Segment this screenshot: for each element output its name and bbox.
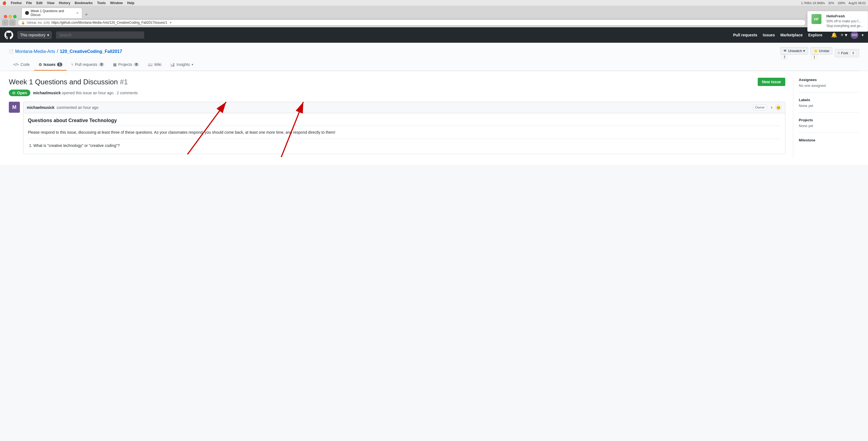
- tab-projects[interactable]: ▦ Projects 0: [108, 59, 144, 70]
- repo-breadcrumb: 📄 Montana-Media-Arts / 120_CreativeCodin…: [9, 49, 122, 54]
- window-maximize-btn[interactable]: [13, 15, 17, 18]
- new-issue-button[interactable]: New issue: [758, 78, 785, 86]
- brightness: 100%: [837, 1, 845, 5]
- assignees-value: No one assigned: [799, 84, 859, 88]
- github-logo[interactable]: [4, 31, 13, 39]
- tab-close-button[interactable]: ✕: [76, 11, 79, 15]
- network-speed: 1.7KB/s 19.3KB/s: [801, 1, 825, 5]
- eye-icon: 👁: [783, 49, 787, 53]
- star-icon: ⭐: [813, 49, 818, 53]
- unstar-container: ⭐ Unstar 1: [810, 47, 832, 59]
- open-badge-icon: ⊙: [12, 91, 16, 95]
- comment-body: Questions about Creative Technology Plea…: [24, 113, 785, 154]
- repo-selector[interactable]: This repository ▾: [18, 31, 52, 39]
- fork-label: Fork: [841, 51, 848, 55]
- open-badge-label: Open: [17, 91, 27, 95]
- apple-menu[interactable]: 🍎: [2, 1, 6, 5]
- issue-meta: michaelmusick opened this issue an hour …: [33, 91, 138, 95]
- comment-question-1: What is "creative technology" or "creati…: [33, 142, 781, 149]
- notifications-button[interactable]: 🔔: [831, 32, 837, 38]
- issue-comments-count: 2 comments: [117, 91, 137, 95]
- tab-favicon: [25, 11, 29, 15]
- issue-status-row: ⊙ Open michaelmusick opened this issue a…: [9, 90, 785, 96]
- notification-popup[interactable]: HF HelloFresh 50% off to make you f... S…: [807, 11, 868, 32]
- fork-icon: ⑂: [838, 51, 840, 55]
- issue-opened-text: opened this issue: [62, 91, 93, 95]
- milestone-label: Milestone: [799, 138, 859, 142]
- tab-wiki[interactable]: 📖 Wiki: [144, 59, 166, 70]
- view-menu[interactable]: View: [47, 1, 54, 5]
- fork-button[interactable]: ⑂ Fork 0: [835, 49, 859, 57]
- sidebar-projects: Projects None yet: [799, 118, 859, 133]
- comment-author[interactable]: michaelmusick: [27, 105, 54, 110]
- nav-marketplace[interactable]: Marketplace: [780, 33, 803, 37]
- issue-title-row: Week 1 Questions and Discussion #1 New i…: [9, 78, 785, 86]
- notification-text: HelloFresh 50% off to make you f... Stop…: [826, 14, 863, 29]
- url-bar[interactable]: 🔒 GitHub, Inc. (US) https://github.com/M…: [18, 20, 806, 26]
- repo-selector-label: This repository: [20, 33, 45, 37]
- tab-wiki-label: Wiki: [154, 62, 161, 67]
- projects-value: None yet: [799, 124, 859, 128]
- insights-dropdown-icon: ▾: [192, 63, 193, 66]
- forward-button[interactable]: →: [9, 20, 16, 26]
- breadcrumb-row: 📄 Montana-Media-Arts / 120_CreativeCodin…: [9, 47, 859, 59]
- macos-menu-items: 🍎 Firefox File Edit View History Bookmar…: [2, 1, 134, 5]
- tab-insights[interactable]: 📊 Insights ▾: [166, 59, 197, 70]
- repo-tabs: </> Code ⊙ Issues 1 ⑂ Pull requests 0 ▦ …: [9, 59, 859, 71]
- comment-section: M michaelmusick commented an hour ago Ow…: [9, 102, 785, 154]
- nav-issues[interactable]: Issues: [763, 33, 775, 37]
- projects-count-badge: 0: [134, 63, 139, 66]
- comment-question-list: What is "creative technology" or "creati…: [28, 142, 781, 149]
- user-avatar[interactable]: MM: [850, 31, 858, 39]
- insights-icon: 📊: [170, 62, 175, 67]
- unstar-button[interactable]: ⭐ Unstar: [810, 47, 832, 55]
- sidebar-labels: Labels None yet: [799, 98, 859, 113]
- comment-body-text: Please respond to this issue, discussing…: [28, 129, 781, 135]
- new-tab-button[interactable]: +: [83, 12, 90, 18]
- avatar-dropdown-icon[interactable]: ▾: [862, 33, 864, 37]
- window-minimize-btn[interactable]: [8, 15, 12, 18]
- edit-menu[interactable]: Edit: [36, 1, 43, 5]
- history-menu[interactable]: History: [59, 1, 70, 5]
- unwatch-label: Unwatch: [788, 49, 802, 53]
- open-status-badge: ⊙ Open: [9, 90, 30, 96]
- macos-menu-bar: 🍎 Firefox File Edit View History Bookmar…: [0, 0, 868, 6]
- pr-count-badge: 0: [99, 63, 104, 66]
- issue-main: Week 1 Questions and Discussion #1 New i…: [9, 78, 785, 158]
- tab-code[interactable]: </> Code: [9, 59, 34, 70]
- bookmarks-menu[interactable]: Bookmarks: [75, 1, 93, 5]
- nav-explore[interactable]: Explore: [808, 33, 822, 37]
- issue-author-link[interactable]: michaelmusick: [33, 91, 61, 95]
- nav-pull-requests[interactable]: Pull requests: [733, 33, 757, 37]
- repo-org-link[interactable]: Montana-Media-Arts: [15, 49, 55, 54]
- repo-header: 📄 Montana-Media-Arts / 120_CreativeCodin…: [0, 43, 868, 71]
- github-header: This repository ▾ Pull requests Issues M…: [0, 27, 868, 43]
- firefox-menu[interactable]: Firefox: [11, 1, 22, 5]
- fork-count: 0: [850, 51, 856, 56]
- repo-selector-dropdown-icon: ▾: [47, 33, 49, 37]
- window-close-btn[interactable]: [4, 15, 7, 18]
- add-reaction-plus[interactable]: +: [771, 105, 773, 110]
- main-content: Week 1 Questions and Discussion #1 New i…: [0, 71, 868, 165]
- back-button[interactable]: ←: [2, 20, 8, 26]
- tab-insights-label: Insights: [177, 62, 190, 67]
- emoji-reaction-button[interactable]: 😊: [775, 104, 782, 111]
- sidebar-milestone: Milestone: [799, 138, 859, 148]
- unwatch-button[interactable]: 👁 Unwatch ▾: [780, 47, 808, 55]
- browser-tab-active[interactable]: Week 1 Questions and Discus ✕: [22, 8, 82, 18]
- url-dropdown-icon[interactable]: ▾: [170, 21, 172, 25]
- tab-pull-requests[interactable]: ⑂ Pull requests 0: [67, 59, 108, 70]
- github-search-input[interactable]: [56, 31, 144, 39]
- file-menu[interactable]: File: [26, 1, 32, 5]
- new-item-button[interactable]: + ▾: [840, 32, 847, 38]
- help-menu[interactable]: Help: [127, 1, 134, 5]
- issue-number: #1: [120, 78, 128, 86]
- tools-menu[interactable]: Tools: [97, 1, 105, 5]
- notification-content: HF HelloFresh 50% off to make you f... S…: [811, 14, 864, 29]
- battery-percent: 32%: [828, 1, 834, 5]
- projects-icon: ▦: [113, 62, 117, 67]
- repo-name-link[interactable]: 120_CreativeCoding_Fall2017: [60, 49, 122, 54]
- tab-issues[interactable]: ⊙ Issues 1: [34, 59, 67, 70]
- comment-timestamp: commented an hour ago: [57, 105, 98, 110]
- window-menu[interactable]: Window: [110, 1, 123, 5]
